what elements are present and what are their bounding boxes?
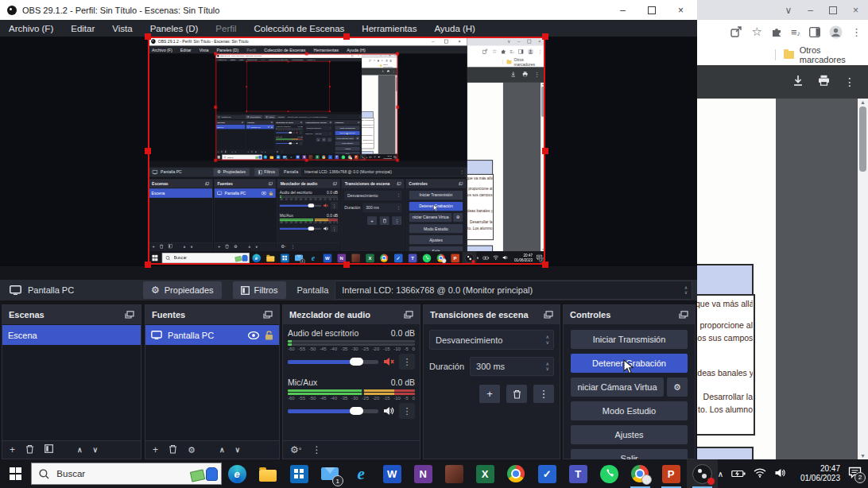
print-icon[interactable] [818, 75, 830, 89]
battery-icon[interactable] [731, 467, 746, 481]
resize-handle-n[interactable] [343, 33, 350, 40]
menu-herramientas[interactable]: Herramientas [353, 24, 425, 33]
volume-slider[interactable] [288, 409, 378, 413]
spinbox-arrows-icon[interactable]: ∧∨ [546, 362, 553, 372]
side-panel-icon[interactable] [809, 27, 820, 37]
scrollbar-thumb[interactable] [859, 107, 866, 172]
taskbar-whatsapp-icon[interactable] [594, 459, 625, 488]
resize-handle-sw[interactable] [145, 261, 151, 268]
taskbar-onenote-icon[interactable]: N [408, 459, 439, 488]
add-scene-button[interactable]: + [10, 444, 15, 455]
start-button[interactable] [0, 459, 31, 488]
pdf-menu-icon[interactable]: ⋮ [844, 76, 855, 88]
search-input[interactable] [55, 468, 153, 479]
add-source-button[interactable]: + [153, 444, 158, 455]
popout-icon[interactable] [263, 311, 273, 319]
start-streaming-button[interactable]: Iniciar Transmisión [571, 330, 688, 349]
popout-icon[interactable] [679, 311, 688, 319]
scene-filters-button[interactable] [45, 444, 53, 455]
taskbar-file-explorer-icon[interactable] [253, 459, 284, 488]
screen-select[interactable]: Internal LCD: 1366x768 @ 0.0 (Monitor pr… [335, 281, 692, 300]
taskbar-chrome-profile-icon[interactable] [625, 459, 656, 488]
move-source-down-button[interactable]: ∨ [234, 446, 240, 454]
download-icon[interactable] [792, 75, 804, 90]
studio-mode-button[interactable]: Modo Estudio [571, 401, 688, 420]
taskbar-excel-icon[interactable]: X [470, 459, 501, 488]
transition-select[interactable]: Desvanecimiento ∧∨ [429, 330, 554, 350]
move-scene-down-button[interactable]: ∨ [93, 446, 99, 454]
bookmark-star-icon[interactable]: ☆ [751, 25, 761, 39]
source-properties-button[interactable]: ⚙ [188, 445, 196, 455]
taskbar-word-icon[interactable]: W [377, 459, 408, 488]
remove-source-button[interactable] [169, 444, 177, 456]
taskbar-internet-explorer-icon[interactable]: e [346, 459, 377, 488]
resize-handle-w[interactable] [145, 148, 151, 154]
taskbar-search[interactable] [31, 463, 221, 485]
taskbar-todo-icon[interactable]: ✓ [532, 459, 563, 488]
menu-ayuda[interactable]: Ayuda (H) [425, 24, 484, 33]
virtual-camera-settings-button[interactable]: ⚙ [667, 378, 688, 397]
volume-icon[interactable] [774, 467, 786, 481]
pdf-scrollbar[interactable]: ▲ ▼ [858, 99, 868, 459]
taskbar-teams-icon[interactable]: T [563, 459, 594, 488]
scene-list-item[interactable]: Escena [2, 325, 141, 345]
scroll-up-icon[interactable]: ▲ [858, 99, 868, 105]
move-scene-up-button[interactable]: ∧ [77, 446, 83, 454]
move-source-up-button[interactable]: ∧ [219, 446, 225, 454]
tray-chevron-icon[interactable]: ∧ [718, 470, 723, 478]
menu-perfil[interactable]: Perfil [207, 24, 245, 33]
action-center-icon[interactable]: 2 [848, 467, 862, 482]
taskbar-app-icon[interactable] [439, 459, 470, 488]
taskbar-powerpoint-icon[interactable]: P [656, 459, 687, 488]
taskbar-clock[interactable]: 20:47 01/06/2023 [794, 464, 840, 484]
add-transition-button[interactable]: + [479, 385, 500, 403]
reading-list-icon[interactable]: ≡♪ [791, 26, 800, 38]
chrome-minimize-button[interactable]: – [808, 6, 813, 15]
visibility-eye-icon[interactable] [248, 331, 259, 339]
transition-menu-button[interactable]: ⋮ [533, 385, 554, 403]
menu-archivo[interactable]: Archivo (F) [0, 24, 62, 33]
volume-slider[interactable] [288, 360, 378, 364]
scroll-down-icon[interactable]: ▼ [858, 453, 868, 459]
bookmarks-folder-icon[interactable] [784, 51, 794, 59]
start-virtual-camera-button[interactable]: niciar Cámara Virtua [571, 378, 664, 397]
track-menu-button[interactable]: ⋮ [399, 354, 415, 370]
popout-icon[interactable] [125, 311, 134, 319]
menu-editar[interactable]: Editar [62, 24, 103, 33]
taskbar-mail-icon[interactable]: 1 [315, 459, 346, 488]
source-list-item[interactable]: Pantalla PC [145, 325, 279, 345]
track-menu-button[interactable]: ⋮ [399, 403, 415, 419]
properties-button[interactable]: ⚙ Propiedades [143, 281, 222, 299]
profile-avatar-icon[interactable] [829, 25, 843, 39]
extensions-puzzle-icon[interactable] [771, 26, 782, 37]
wifi-icon[interactable] [754, 467, 766, 481]
mixer-menu-button[interactable]: ⋮ [312, 444, 321, 455]
resize-handle-e[interactable] [542, 148, 548, 154]
other-bookmarks-label[interactable]: Otros marcadores [800, 45, 868, 64]
taskbar-store-icon[interactable] [284, 459, 315, 488]
speaker-muted-icon[interactable] [383, 357, 394, 366]
remove-transition-button[interactable] [506, 385, 527, 403]
resize-handle-ne[interactable] [542, 33, 548, 40]
chrome-close-button[interactable]: × [853, 6, 858, 15]
menu-coleccion-escenas[interactable]: Colección de Escenas [246, 24, 354, 33]
menu-paneles[interactable]: Paneles (D) [141, 24, 207, 33]
popout-icon[interactable] [544, 311, 553, 319]
selected-source-tile[interactable]: Pantalla PC [10, 285, 129, 295]
chrome-tab-caret-icon[interactable]: ∨ [785, 6, 792, 15]
taskbar-edge-icon[interactable]: e [222, 459, 253, 488]
obs-minimize-button[interactable]: – [620, 5, 626, 16]
resize-handle-nw[interactable] [145, 33, 151, 40]
settings-button[interactable]: Ajustes [571, 425, 688, 444]
advanced-audio-button[interactable]: ⚙° [290, 444, 301, 455]
taskbar-chrome-icon[interactable] [501, 459, 532, 488]
remove-scene-button[interactable] [25, 444, 34, 456]
share-icon[interactable] [730, 26, 742, 37]
menu-vista[interactable]: Vista [103, 24, 141, 33]
resize-handle-s[interactable] [343, 261, 350, 268]
obs-close-button[interactable]: × [678, 5, 684, 16]
chrome-menu-icon[interactable]: ⋮ [851, 26, 862, 38]
speaker-icon[interactable] [383, 406, 394, 416]
chrome-maximize-button[interactable] [829, 6, 837, 14]
filters-button[interactable]: Filtros [233, 281, 286, 299]
